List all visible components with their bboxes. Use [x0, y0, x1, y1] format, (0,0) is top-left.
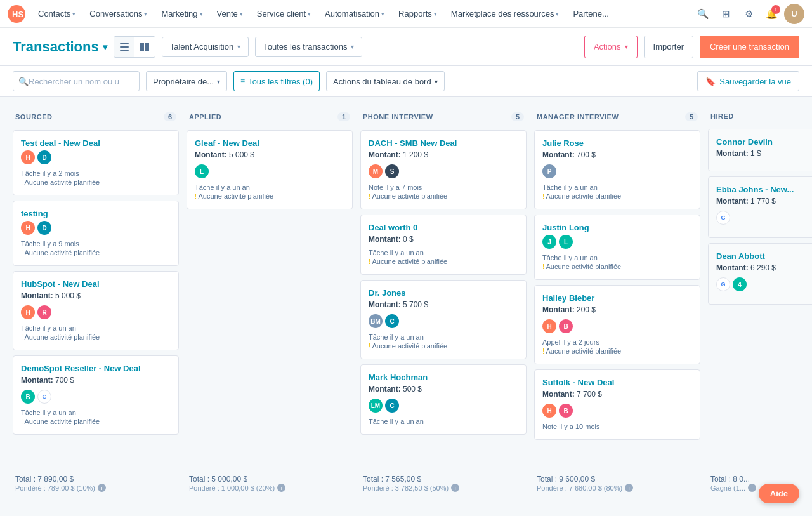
- col-header-sourced: SOURCED6: [13, 107, 179, 126]
- deal-card[interactable]: Gleaf - New DealMontant: 5 000 $LTâche i…: [187, 130, 353, 209]
- nav-right-actions: 🔍 ⊞ ⚙ 🔔 1 U: [693, 4, 804, 24]
- deal-name: Deal worth 0: [369, 223, 518, 232]
- deal-card[interactable]: HubSpot - New DealMontant: 5 000 $HRTâch…: [13, 271, 179, 350]
- deal-card[interactable]: Hailey BieberMontant: 200 $HBAppel il y …: [534, 285, 700, 364]
- svg-rect-4: [120, 50, 129, 51]
- nav-automatisation[interactable]: Automatisation▾: [318, 5, 391, 22]
- nav-vente[interactable]: Vente▾: [211, 5, 249, 22]
- deal-name: DACH - SMB New Deal: [369, 138, 518, 148]
- deal-name: DemoSpot Reseller - New Deal: [21, 364, 171, 373]
- column-applied: APPLIED1Gleaf - New DealMontant: 5 000 $…: [187, 107, 353, 492]
- deal-amount: Montant: 1 770 $: [716, 197, 812, 206]
- card-avatars: MS: [369, 164, 518, 178]
- card-avatar: B: [559, 319, 573, 333]
- settings-icon-btn[interactable]: ⚙: [738, 4, 759, 24]
- col-total: Total : 5 000,00 $: [189, 475, 350, 484]
- card-meta-warning: ! Aucune activité planifiée: [369, 258, 518, 265]
- col-title-phone-interview: PHONE INTERVIEW: [363, 113, 433, 121]
- svg-rect-2: [120, 43, 129, 44]
- header-bar: Transactions ▾ Talent Acquisition ▾ Tout…: [0, 28, 812, 66]
- create-transaction-button[interactable]: Créer une transaction: [700, 36, 799, 58]
- bookmark-icon: 🔖: [705, 77, 716, 86]
- hubspot-logo[interactable]: HS: [8, 5, 25, 23]
- card-meta-activity: Tâche il y a 2 mois: [21, 169, 171, 177]
- col-header-applied: APPLIED1: [187, 107, 353, 126]
- apps-icon-btn[interactable]: ⊞: [716, 4, 736, 24]
- notifications-icon-btn[interactable]: 🔔 1: [761, 4, 782, 24]
- col-cards-manager-interview: Julie RoseMontant: 700 $PTâche il y a un…: [534, 130, 700, 463]
- col-title-sourced: SOURCED: [15, 113, 53, 121]
- actions-chevron: ▾: [625, 43, 628, 50]
- col-title-hired: HIRED: [710, 112, 734, 120]
- info-icon[interactable]: i: [451, 484, 459, 492]
- top-navigation: HS Contacts▾ Conversations▾ Marketing▾ V…: [0, 0, 812, 28]
- deal-name: Mark Hochman: [369, 373, 518, 382]
- deal-card[interactable]: Suffolk - New DealMontant: 7 700 $HBNote…: [534, 369, 700, 440]
- search-box[interactable]: 🔍: [13, 71, 140, 91]
- card-avatar: L: [559, 235, 573, 249]
- list-view-btn[interactable]: [114, 37, 134, 57]
- deal-card[interactable]: DACH - SMB New DealMontant: 1 200 $MSNot…: [360, 130, 527, 209]
- deal-card[interactable]: testingHDTâche il y a 9 mois! Aucune act…: [13, 201, 179, 266]
- col-footer-sourced: Total : 7 890,00 $Pondéré : 789,00 $ (10…: [13, 468, 179, 492]
- col-cards-hired: Connor DevlinMontant: 1 $Ebba Johns - Ne…: [708, 129, 812, 463]
- info-icon[interactable]: i: [625, 484, 633, 492]
- search-input[interactable]: [29, 77, 124, 86]
- owner-chevron: ▾: [217, 78, 220, 85]
- deal-card[interactable]: DemoSpot Reseller - New DealMontant: 700…: [13, 355, 179, 435]
- actions-button[interactable]: Actions ▾: [584, 36, 638, 58]
- nav-conversations[interactable]: Conversations▾: [83, 5, 154, 22]
- card-avatars: JL: [542, 235, 692, 249]
- card-meta-warning: ! Aucune activité planifiée: [21, 333, 171, 341]
- col-cards-phone-interview: DACH - SMB New DealMontant: 1 200 $MSNot…: [360, 130, 527, 463]
- all-filters-btn[interactable]: ≡ Tous les filtres (0): [233, 71, 320, 91]
- owner-filter-btn[interactable]: Propriétaire de... ▾: [146, 71, 227, 91]
- nav-partenaires[interactable]: Partene...: [566, 5, 615, 22]
- card-avatars: HB: [542, 404, 692, 418]
- nav-rapports[interactable]: Rapports▾: [392, 5, 443, 22]
- nav-marketing[interactable]: Marketing▾: [155, 5, 209, 22]
- user-avatar[interactable]: U: [784, 4, 804, 24]
- deal-card[interactable]: Julie RoseMontant: 700 $PTâche il y a un…: [534, 130, 700, 209]
- deal-card[interactable]: Test deal - New DealHDTâche il y a 2 moi…: [13, 130, 179, 195]
- filter-bar: 🔍 Propriétaire de... ▾ ≡ Tous les filtre…: [0, 66, 812, 97]
- nav-service-client[interactable]: Service client▾: [251, 5, 317, 22]
- col-count-sourced: 6: [164, 112, 176, 121]
- info-icon[interactable]: i: [748, 484, 756, 492]
- deal-amount: Montant: 5 000 $: [195, 150, 344, 159]
- deal-card[interactable]: Ebba Johns - New...Montant: 1 770 $G: [708, 176, 812, 238]
- pipeline-dropdown[interactable]: Talent Acquisition ▾: [162, 37, 249, 57]
- aide-button[interactable]: Aide: [759, 484, 799, 502]
- board-view-btn[interactable]: [134, 37, 155, 57]
- importer-button[interactable]: Importer: [644, 36, 693, 58]
- deal-card[interactable]: Mark HochmanMontant: 500 $LMCTâche il y …: [360, 364, 527, 435]
- save-view-btn[interactable]: 🔖 Sauvegarder la vue: [697, 71, 799, 91]
- deal-card[interactable]: Dr. JonesMontant: 5 700 $BMCTâche il y a…: [360, 280, 527, 359]
- search-icon-btn[interactable]: 🔍: [693, 4, 713, 24]
- col-footer-phone-interview: Total : 7 565,00 $Pondéré : 3 782,50 $ (…: [360, 468, 527, 492]
- deal-card[interactable]: Connor DevlinMontant: 1 $: [708, 129, 812, 171]
- col-total: Total : 7 890,00 $: [15, 475, 176, 484]
- info-icon[interactable]: i: [277, 484, 285, 492]
- card-avatar: B: [21, 390, 35, 404]
- board-actions-btn[interactable]: Actions du tableau de bord ▾: [326, 71, 445, 91]
- col-header-hired: HIRED: [708, 107, 812, 125]
- deal-card[interactable]: Deal worth 0Montant: 0 $Tâche il y a un …: [360, 215, 527, 275]
- filter-dropdown[interactable]: Toutes les transactions ▾: [255, 37, 362, 57]
- card-meta-warning: ! Aucune activité planifiée: [542, 192, 692, 200]
- card-meta-activity: Tâche il y a un an: [21, 324, 171, 332]
- col-cards-applied: Gleaf - New DealMontant: 5 000 $LTâche i…: [187, 130, 353, 463]
- col-title-applied: APPLIED: [189, 113, 221, 121]
- page-title[interactable]: Transactions ▾: [13, 39, 107, 55]
- col-total: Total : 8 0...: [710, 475, 812, 484]
- deal-amount: Montant: 700 $: [542, 150, 692, 159]
- nav-marketplace[interactable]: Marketplace des ressources▾: [445, 5, 566, 22]
- info-icon[interactable]: i: [98, 484, 106, 492]
- card-avatar: G: [37, 390, 51, 404]
- column-manager-interview: MANAGER INTERVIEW5Julie RoseMontant: 700…: [534, 107, 700, 492]
- nav-contacts[interactable]: Contacts▾: [32, 5, 82, 22]
- card-avatar: C: [385, 314, 399, 328]
- card-avatar: H: [21, 150, 35, 164]
- deal-card[interactable]: Dean AbbottMontant: 6 290 $G4: [708, 243, 812, 305]
- deal-card[interactable]: Justin LongJLTâche il y a un an! Aucune …: [534, 215, 700, 280]
